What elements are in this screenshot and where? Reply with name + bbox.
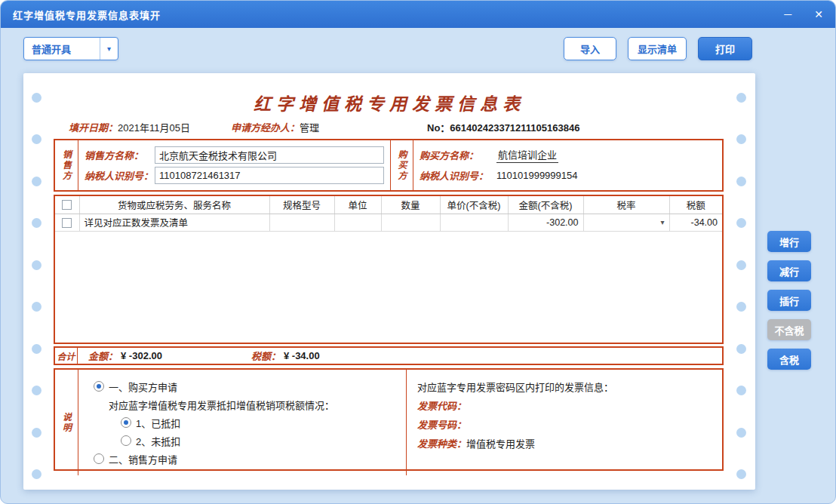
paper-hole bbox=[736, 302, 746, 312]
paper-hole bbox=[32, 302, 41, 312]
total-side-label: 合计 bbox=[55, 348, 78, 364]
table-row[interactable]: 详见对应正数发票及清单 -302.00 ▾ -34.00 bbox=[55, 214, 722, 231]
import-button[interactable]: 导入 bbox=[564, 37, 616, 60]
form-info-row: 填开日期：2021年11月05日 申请方经办人：管理 No：6614024233… bbox=[54, 120, 724, 135]
deduct-title: 对应蓝字增值税专用发票抵扣增值税销项税额情况： bbox=[109, 398, 334, 412]
item-qty-cell bbox=[381, 214, 440, 231]
blue-invoice-title: 对应蓝字专用发票密码区内打印的发票信息： bbox=[417, 380, 613, 394]
paper-hole bbox=[736, 344, 746, 354]
items-header-row: 货物或应税劳务、服务名称 规格型号 单位 数量 单价(不含税) 金额(不含税) … bbox=[55, 196, 722, 214]
item-unit-cell bbox=[334, 214, 381, 231]
buyer-fields: 购买方名称： 航信培训企业 纳税人识别号： 110101999999154 bbox=[413, 140, 722, 190]
seller-apply-label: 二、销售方申请 bbox=[109, 452, 177, 466]
paper-hole bbox=[736, 177, 746, 186]
paper-hole bbox=[736, 428, 746, 438]
agent-value: 管理 bbox=[300, 122, 319, 134]
deducted-label: 1、已抵扣 bbox=[136, 416, 180, 430]
col-header-qty: 数量 bbox=[381, 196, 440, 214]
seller-apply-radio[interactable] bbox=[94, 453, 104, 464]
select-all-checkbox[interactable] bbox=[62, 200, 72, 210]
show-list-button[interactable]: 显示清单 bbox=[628, 37, 687, 60]
agent-label: 申请方经办人： bbox=[231, 122, 300, 134]
invoice-mode-dropdown[interactable]: 普通开具 ▾ bbox=[23, 37, 118, 60]
invoice-type-label: 发票种类： bbox=[417, 436, 466, 450]
item-spec-cell bbox=[269, 214, 334, 231]
taxrate-dropdown-icon[interactable]: ▾ bbox=[660, 218, 664, 226]
remove-row-button[interactable]: 减行 bbox=[767, 260, 811, 281]
form-number: No：661402423371211105163846 bbox=[427, 120, 579, 134]
seller-taxid-input[interactable] bbox=[155, 167, 384, 184]
window-title: 红字增值税专用发票信息表填开 bbox=[13, 8, 161, 22]
fill-date-label: 填开日期： bbox=[69, 122, 118, 134]
col-header-name: 货物或应税劳务、服务名称 bbox=[79, 196, 269, 214]
col-header-taxrate: 税率 bbox=[583, 196, 669, 214]
fill-date: 填开日期：2021年11月05日 bbox=[69, 120, 190, 134]
seller-taxid-label: 纳税人识别号： bbox=[85, 168, 155, 183]
col-header-amount: 金额(不含税) bbox=[508, 196, 583, 214]
row-checkbox[interactable] bbox=[62, 218, 72, 228]
form-number-value: 661402423371211105163846 bbox=[450, 122, 579, 134]
total-section: 合计 金额： ¥ -302.00 税额： ¥ -34.00 bbox=[54, 346, 724, 365]
buyer-apply-label: 一、购买方申请 bbox=[109, 380, 177, 394]
seller-name-label: 销售方名称： bbox=[85, 148, 155, 162]
item-taxrate-cell: ▾ bbox=[583, 214, 669, 231]
paper-hole bbox=[736, 260, 746, 270]
item-tax-cell: -34.00 bbox=[669, 214, 722, 231]
total-tax-label: 税额： bbox=[251, 349, 281, 363]
total-amount-value: ¥ -302.00 bbox=[121, 350, 162, 361]
paper-hole bbox=[32, 469, 41, 479]
close-icon[interactable]: ✕ bbox=[814, 1, 823, 28]
buyer-name-value: 航信培训企业 bbox=[496, 147, 558, 163]
paper-hole bbox=[32, 134, 41, 144]
insert-row-button[interactable]: 插行 bbox=[767, 290, 811, 311]
not-deducted-label: 2、未抵扣 bbox=[136, 434, 180, 448]
incl-tax-button[interactable]: 含税 bbox=[767, 349, 811, 370]
total-tax-value: ¥ -34.00 bbox=[284, 350, 320, 361]
col-header-unit: 单位 bbox=[334, 196, 381, 214]
item-price-cell bbox=[440, 214, 508, 231]
buyer-taxid-label: 纳税人识别号： bbox=[420, 168, 496, 183]
chevron-down-icon: ▾ bbox=[100, 38, 118, 60]
row-action-buttons: 增行 减行 插行 不含税 含税 bbox=[767, 231, 811, 370]
add-row-button[interactable]: 增行 bbox=[767, 231, 811, 252]
buyer-name-label: 购买方名称： bbox=[420, 148, 496, 162]
form-title: 红字增值税专用发票信息表 bbox=[23, 90, 755, 115]
excl-tax-button[interactable]: 不含税 bbox=[767, 319, 811, 340]
col-header-tax: 税额 bbox=[669, 196, 722, 214]
col-header-price: 单价(不含税) bbox=[440, 196, 508, 214]
deducted-radio[interactable] bbox=[121, 417, 131, 428]
paper-hole bbox=[736, 469, 746, 479]
note-side-label: 说明 bbox=[55, 370, 78, 475]
item-amount-cell: -302.00 bbox=[508, 214, 583, 231]
seller-name-input[interactable] bbox=[155, 146, 384, 164]
paper-holes-left bbox=[31, 93, 41, 479]
print-button[interactable]: 打印 bbox=[698, 37, 752, 60]
invoice-number-label: 发票号码： bbox=[417, 417, 466, 432]
fill-date-value: 2021年11月05日 bbox=[118, 122, 190, 134]
minimize-icon[interactable]: ─ bbox=[784, 1, 791, 28]
blue-invoice-info: 对应蓝字专用发票密码区内打印的发票信息： 发票代码： 发票号码： 发票种类： 增… bbox=[406, 370, 722, 475]
agent: 申请方经办人：管理 bbox=[231, 120, 319, 134]
titlebar: 红字增值税专用发票信息表填开 ─ ✕ bbox=[1, 1, 835, 28]
total-values: 金额： ¥ -302.00 税额： ¥ -34.00 bbox=[78, 348, 722, 364]
col-header-spec: 规格型号 bbox=[269, 196, 334, 214]
paper-hole bbox=[32, 428, 41, 438]
buyer-apply-radio[interactable] bbox=[94, 381, 104, 392]
buyer-taxid-value: 110101999999154 bbox=[496, 170, 578, 181]
paper-holes-right bbox=[736, 93, 746, 479]
invoice-mode-value: 普通开具 bbox=[24, 41, 100, 56]
items-table-section: 货物或应税劳务、服务名称 规格型号 单位 数量 单价(不含税) 金额(不含税) … bbox=[54, 195, 724, 344]
buyer-side-label: 购买方 bbox=[390, 140, 413, 190]
paper-hole bbox=[736, 134, 746, 144]
note-options: 一、购买方申请 对应蓝字增值税专用发票抵扣增值税销项税额情况： 1、已抵扣 2、… bbox=[78, 370, 406, 475]
toolbar-actions: 导入 显示清单 打印 bbox=[564, 37, 752, 60]
form-number-label: No： bbox=[427, 122, 450, 134]
invoice-form-paper: 红字增值税专用发票信息表 填开日期：2021年11月05日 申请方经办人：管理 … bbox=[23, 73, 755, 490]
not-deducted-radio[interactable] bbox=[121, 435, 131, 446]
party-section: 销售方 销售方名称： 纳税人识别号： 购买方 购买方名称： 航信培训企业 纳 bbox=[54, 139, 724, 192]
note-section: 说明 一、购买方申请 对应蓝字增值税专用发票抵扣增值税销项税额情况： 1、已抵扣… bbox=[54, 368, 724, 471]
paper-hole bbox=[32, 344, 41, 354]
seller-fields: 销售方名称： 纳税人识别号： bbox=[78, 140, 390, 190]
paper-hole bbox=[32, 386, 41, 395]
paper-hole bbox=[32, 218, 41, 228]
